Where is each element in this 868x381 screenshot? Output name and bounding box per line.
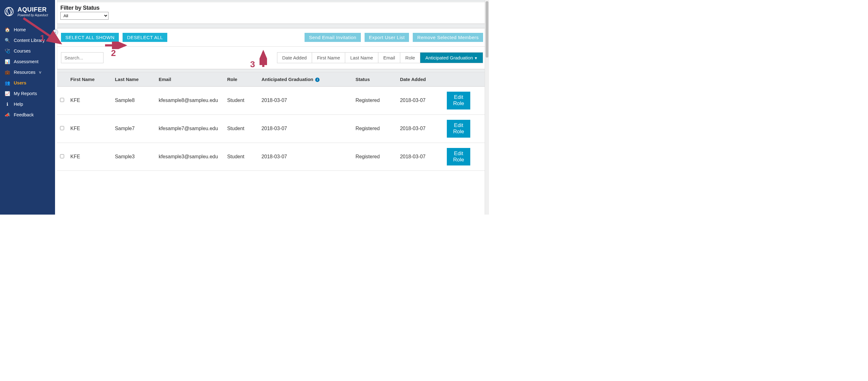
sidebar-item-label: Courses: [14, 49, 31, 54]
briefcase-icon: 💼: [4, 70, 10, 75]
sidebar-item-users[interactable]: 👥Users: [0, 78, 55, 88]
table-header-row: First Name Last Name Email Role Anticipa…: [57, 72, 487, 87]
search-sort-row: Date Added First Name Last Name Email Ro…: [57, 47, 487, 69]
edit-role-button[interactable]: Edit Role: [447, 92, 470, 110]
sort-first-name[interactable]: First Name: [312, 53, 345, 63]
send-email-button[interactable]: Send Email Invitation: [305, 33, 361, 42]
export-user-list-button[interactable]: Export User List: [365, 33, 409, 42]
info-icon[interactable]: i: [315, 78, 319, 82]
cell-email: kfesample8@sampleu.edu: [155, 87, 224, 115]
filter-status-select[interactable]: All: [60, 12, 108, 20]
sidebar-item-label: My Reports: [14, 91, 37, 96]
sidebar-item-label: Assessment: [14, 59, 38, 64]
cell-status: Registered: [352, 87, 397, 115]
edit-role-button[interactable]: Edit Role: [447, 148, 470, 166]
cell-status: Registered: [352, 143, 397, 171]
table-header-first-name[interactable]: First Name: [67, 72, 112, 87]
cell-date-added: 2018-03-07: [397, 87, 444, 115]
cell-last-name: Sample8: [112, 87, 155, 115]
sidebar-collapse-toggle[interactable]: ‹: [53, 29, 58, 35]
cell-email: kfesample3@sampleu.edu: [155, 143, 224, 171]
table-row: KFESample8kfesample8@sampleu.eduStudent2…: [57, 87, 487, 115]
sort-last-name[interactable]: Last Name: [345, 53, 378, 63]
table-header-checkbox: [57, 72, 67, 87]
info-icon: ℹ: [4, 102, 10, 107]
sort-button-group: Date Added First Name Last Name Email Ro…: [277, 52, 484, 63]
sidebar-item-feedback[interactable]: 📣Feedback: [0, 110, 55, 120]
sidebar-item-resources[interactable]: 💼Resources ᐯ: [0, 67, 55, 78]
cell-date-added: 2018-03-07: [397, 115, 444, 143]
sidebar-nav: 🏠Home 🔍Content Library 🩺Courses 📊Assessm…: [0, 24, 55, 121]
megaphone-icon: 📣: [4, 112, 10, 117]
cell-last-name: Sample7: [112, 115, 155, 143]
scrollbar-thumb[interactable]: [486, 1, 488, 58]
table-header-email[interactable]: Email: [155, 72, 224, 87]
brand-logo: AQUIFER Powered by Aqueduct: [0, 4, 55, 24]
sort-email[interactable]: Email: [378, 53, 400, 63]
sidebar-item-help[interactable]: ℹHelp: [0, 99, 55, 110]
main-content: Filter by Status All SELECT ALL SHOWN DE…: [55, 0, 489, 214]
cell-first-name: KFE: [67, 115, 112, 143]
table-header-role[interactable]: Role: [224, 72, 258, 87]
select-all-button[interactable]: SELECT ALL SHOWN: [61, 33, 119, 42]
search-input[interactable]: [61, 52, 103, 63]
sidebar-item-label: Feedback: [14, 112, 34, 117]
table-header-anticipated-graduation[interactable]: Anticipated Graduation i: [258, 72, 352, 87]
brand-subtitle: Powered by Aqueduct: [18, 13, 48, 17]
sidebar-item-assessment[interactable]: 📊Assessment: [0, 56, 55, 67]
toolbar: SELECT ALL SHOWN DESELECT ALL Send Email…: [57, 28, 487, 47]
sort-role[interactable]: Role: [400, 53, 420, 63]
sidebar-item-label: Help: [14, 102, 23, 107]
chevron-left-icon: ‹: [55, 30, 56, 34]
sidebar-item-home[interactable]: 🏠Home: [0, 24, 55, 35]
table-header-last-name[interactable]: Last Name: [112, 72, 155, 87]
cell-first-name: KFE: [67, 143, 112, 171]
stethoscope-icon: 🩺: [4, 49, 10, 54]
divider: [57, 69, 487, 72]
vertical-scrollbar[interactable]: [485, 0, 489, 214]
sidebar-item-label: Users: [14, 80, 26, 85]
row-checkbox[interactable]: [60, 126, 64, 130]
users-table-wrap: First Name Last Name Email Role Anticipa…: [57, 72, 487, 171]
table-row: KFESample3kfesample3@sampleu.eduStudent2…: [57, 143, 487, 171]
cell-last-name: Sample3: [112, 143, 155, 171]
table-header-date-added[interactable]: Date Added: [397, 72, 444, 87]
users-icon: 👥: [4, 80, 10, 85]
sidebar-item-label: Resources: [14, 70, 35, 75]
cell-email: kfesample7@sampleu.edu: [155, 115, 224, 143]
sidebar-item-label: Home: [14, 27, 26, 32]
row-checkbox[interactable]: [60, 98, 64, 102]
cell-role: Student: [224, 143, 258, 171]
cell-anticipated-graduation: 2018-03-07: [258, 143, 352, 171]
remove-selected-button[interactable]: Remove Selected Members: [413, 33, 483, 42]
home-icon: 🏠: [4, 27, 10, 32]
sidebar-item-content-library[interactable]: 🔍Content Library: [0, 35, 55, 46]
row-checkbox[interactable]: [60, 154, 64, 158]
annotation-3: 3: [250, 59, 255, 69]
filter-label: Filter by Status: [60, 5, 484, 11]
chevron-down-icon: ᐯ: [39, 71, 41, 74]
cell-role: Student: [224, 87, 258, 115]
sidebar-item-courses[interactable]: 🩺Courses: [0, 46, 55, 56]
filter-panel: Filter by Status All: [57, 2, 487, 24]
edit-role-button[interactable]: Edit Role: [447, 120, 470, 138]
table-row: KFESample7kfesample7@sampleu.eduStudent2…: [57, 115, 487, 143]
cell-status: Registered: [352, 115, 397, 143]
cell-role: Student: [224, 115, 258, 143]
brand-mark-icon: [4, 6, 14, 17]
sidebar-item-my-reports[interactable]: 📈My Reports: [0, 88, 55, 99]
cell-anticipated-graduation: 2018-03-07: [258, 87, 352, 115]
sidebar: AQUIFER Powered by Aqueduct 🏠Home 🔍Conte…: [0, 0, 55, 214]
cell-date-added: 2018-03-07: [397, 143, 444, 171]
annotation-2: 2: [111, 48, 116, 58]
sort-anticipated-graduation[interactable]: Anticipated Graduation: [420, 53, 483, 63]
sort-date-added[interactable]: Date Added: [277, 53, 312, 63]
brand-title: AQUIFER: [18, 6, 48, 12]
table-header-status[interactable]: Status: [352, 72, 397, 87]
svg-point-2: [6, 7, 12, 16]
users-table: First Name Last Name Email Role Anticipa…: [57, 72, 487, 171]
table-header-actions: [444, 72, 487, 87]
chart-icon: 📈: [4, 91, 10, 96]
deselect-all-button[interactable]: DESELECT ALL: [123, 33, 167, 42]
annotation-1: 1: [40, 33, 45, 43]
